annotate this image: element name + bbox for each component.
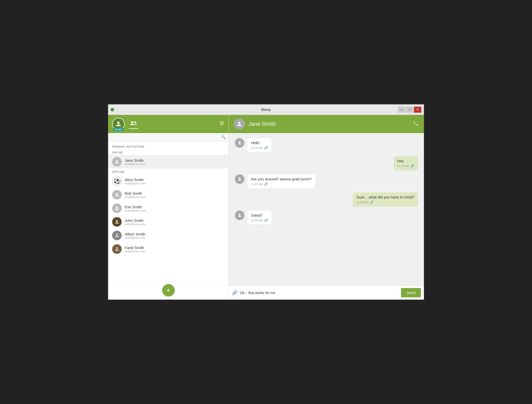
contact-avatar-jane: [112, 157, 122, 167]
message-bubble-1: Hello 11:45 AM 🔗: [247, 138, 272, 152]
svg-point-12: [239, 214, 241, 215]
chat-header: Jane Smith: [229, 115, 424, 133]
message-time-3: 11:45 AM: [251, 183, 262, 186]
contact-avatar-albert: [112, 231, 122, 240]
send-button[interactable]: Send: [401, 288, 421, 297]
contact-email-jane: smith@xxxx.com: [125, 163, 225, 166]
contact-info-jane: Jane Smith smith@xxxx.com: [125, 158, 225, 166]
search-input[interactable]: [111, 135, 221, 139]
chat-messages: Hello 11:45 AM 🔗 Hey 11:45 AM 🔗: [229, 133, 424, 286]
message-text-3: Are you around? wanna grab lunch?: [251, 177, 312, 181]
contact-name-alice: Alice Smith: [125, 178, 225, 182]
close-button[interactable]: ✕: [414, 107, 421, 113]
user-avatar-container[interactable]: ALPHA: [112, 118, 125, 130]
contact-item-eve[interactable]: Eve Smith smith@xxxx.com: [108, 201, 229, 215]
message-row-3: Are you around? wanna grab lunch? 11:45 …: [235, 174, 418, 188]
contact-info-john: John Smith smith@xxxx.com: [125, 218, 225, 226]
settings-icon[interactable]: [219, 120, 225, 128]
contact-email-farid: smith@xxxx.com: [125, 250, 225, 253]
contact-item-albert[interactable]: Albert Smith smith@xxxx.com: [108, 229, 229, 242]
message-text-4: Sure... what did you have in mind?: [357, 195, 414, 199]
contact-item-alice[interactable]: Alice Smith smith@xxxx.com: [108, 174, 229, 188]
minimize-button[interactable]: —: [398, 107, 405, 113]
message-bubble-2: Hey 11:45 AM 🔗: [394, 156, 418, 170]
contact-avatar-eve: [112, 204, 122, 213]
message-meta-2: 11:45 AM 🔗: [397, 164, 414, 168]
svg-point-0: [117, 122, 119, 124]
maximize-button[interactable]: □: [406, 107, 413, 113]
contact-avatar-farid: [112, 244, 122, 254]
svg-point-3: [116, 160, 118, 162]
link-icon-4: 🔗: [370, 200, 374, 204]
contact-email-albert: smith@xxxx.com: [125, 236, 225, 239]
message-time-5: 11:45 AM: [251, 219, 262, 222]
message-meta-1: 11:45 AM 🔗: [251, 146, 268, 150]
message-time-4: 11:45 AM: [357, 201, 368, 204]
svg-point-10: [239, 141, 241, 143]
contact-name-farid: Farid Smith: [125, 246, 225, 250]
chat-input-area: 🔗 Send: [229, 286, 424, 300]
sidebar-header: ALPHA: [108, 115, 229, 133]
message-row-2: Hey 11:45 AM 🔗: [235, 156, 418, 170]
chat-area: Jane Smith: [229, 115, 424, 300]
message-avatar-5: [235, 211, 244, 220]
title-bar-left: [111, 108, 114, 111]
message-row-1: Hello 11:45 AM 🔗: [235, 138, 418, 152]
traffic-light-green[interactable]: [111, 108, 114, 111]
contact-avatar-john: [112, 217, 122, 227]
message-meta-4: 11:45 AM 🔗: [357, 200, 414, 204]
contact-email-alice: smith@xxxx.com: [125, 182, 225, 185]
offline-section-label: OFFLINE: [108, 169, 229, 174]
chat-header-avatar: [234, 118, 245, 130]
title-bar: Bleep — □ ✕: [108, 104, 424, 115]
message-meta-3: 11:45 AM 🔗: [251, 182, 312, 186]
message-row-5: Salad? 11:45 AM 🔗: [235, 211, 418, 225]
app-title: Bleep: [261, 107, 271, 112]
message-time-2: 11:45 AM: [397, 165, 409, 168]
message-time-1: 11:45 AM: [251, 146, 262, 149]
message-text-2: Hey: [397, 159, 414, 163]
add-contact-button[interactable]: +: [162, 284, 175, 297]
contact-name-bob: Bob Smith: [125, 191, 225, 195]
search-bar: 🔍: [108, 133, 229, 141]
contact-avatar-alice: [112, 176, 122, 186]
contact-name-eve: Eve Smith: [125, 205, 225, 209]
svg-point-1: [131, 121, 133, 123]
contact-email-eve: smith@xxxx.com: [125, 209, 225, 212]
link-icon-5: 🔗: [264, 218, 268, 222]
phone-icon[interactable]: [413, 120, 419, 128]
message-row-4: Sure... what did you have in mind? 11:45…: [235, 192, 418, 207]
alpha-badge: ALPHA: [113, 128, 123, 131]
contact-item-jane[interactable]: Jane Smith smith@xxxx.com: [108, 155, 229, 169]
svg-point-4: [116, 193, 118, 195]
contact-info-bob: Bob Smith smith@xxxx.com: [125, 191, 225, 198]
svg-point-7: [116, 234, 118, 235]
contact-item-john[interactable]: John Smith smith@xxxx.com: [108, 215, 229, 229]
contact-item-farid[interactable]: Farid Smith smith@xxxx.com: [108, 242, 229, 256]
link-icon-2: 🔗: [410, 164, 414, 168]
chat-header-name: Jane Smith: [248, 121, 409, 127]
contact-name-jane: Jane Smith: [125, 158, 225, 163]
message-input[interactable]: [240, 291, 398, 295]
contact-name-john: John Smith: [125, 218, 225, 223]
main-layout: ALPHA �: [108, 115, 424, 300]
contacts-list: PENDING INVITATIONS ONLINE Jane Smith sm…: [108, 141, 229, 281]
svg-point-2: [135, 122, 136, 123]
search-icon: 🔍: [221, 135, 226, 139]
contact-item-bob[interactable]: Bob Smith smith@xxxx.com: [108, 188, 229, 201]
message-bubble-5: Salad? 11:45 AM 🔗: [247, 211, 272, 225]
message-text-5: Salad?: [251, 213, 268, 217]
contact-info-alice: Alice Smith smith@xxxx.com: [125, 178, 225, 185]
message-avatar-3: [235, 174, 244, 184]
link-icon-3: 🔗: [264, 182, 268, 186]
contacts-icon[interactable]: [129, 119, 138, 129]
attach-icon[interactable]: 🔗: [232, 290, 237, 296]
svg-point-5: [116, 207, 118, 208]
app-window: Bleep — □ ✕ ALPHA: [108, 104, 424, 300]
title-bar-controls: — □ ✕: [398, 107, 421, 113]
contact-avatar-bob: [112, 190, 122, 199]
svg-point-9: [238, 122, 241, 124]
contact-info-albert: Albert Smith smith@xxxx.com: [125, 232, 225, 239]
plus-icon: +: [166, 287, 171, 294]
contact-email-john: smith@xxxx.com: [125, 223, 225, 226]
